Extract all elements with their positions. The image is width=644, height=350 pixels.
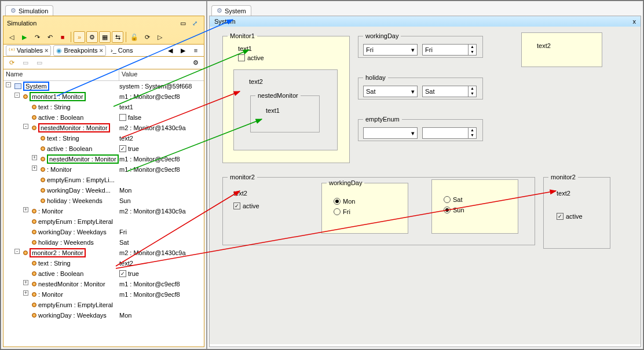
- monitor1-active-checkbox[interactable]: [238, 54, 245, 61]
- monitor2-right-active-checkbox[interactable]: ✓: [557, 213, 564, 220]
- block-icon: [14, 83, 21, 89]
- tree-row[interactable]: active : Boolean✓true: [3, 268, 204, 279]
- tree-row[interactable]: emptyEnum : EmptyLiteral: [3, 216, 204, 227]
- spin-down-icon[interactable]: ▼: [469, 133, 476, 138]
- tree-row[interactable]: active : Boolean✓true: [3, 143, 204, 154]
- link-icon[interactable]: ⇆: [112, 31, 123, 43]
- close-icon[interactable]: ×: [45, 47, 48, 54]
- refresh-icon[interactable]: ⟳: [141, 31, 153, 43]
- header-value[interactable]: Value: [119, 69, 140, 80]
- tree-row[interactable]: workingDay : Weekd...Mon: [3, 185, 204, 196]
- tree-row[interactable]: + nestedMonitor : Monitorm1 : Monitor@c9…: [3, 279, 204, 289]
- tree-row[interactable]: emptyEnum : EmptyLiteral: [3, 300, 204, 310]
- holiday-spinner[interactable]: Sat ▲▼: [422, 86, 477, 97]
- tab-cons[interactable]: ›_ Cons: [108, 46, 135, 55]
- tree-value: text2: [119, 260, 204, 267]
- prev-icon[interactable]: ◁: [6, 31, 17, 43]
- tab-breakpoints[interactable]: ◉ Breakpoints ×: [53, 45, 106, 56]
- expand-icon[interactable]: +: [23, 207, 28, 212]
- checkbox[interactable]: ✓: [119, 270, 126, 277]
- tree-row[interactable]: text : Stringtext2: [3, 133, 204, 143]
- tree-row[interactable]: + : Monitorm1 : Monitor@c9ecf8: [3, 164, 204, 175]
- tab-variables[interactable]: ⁽ˣ⁾ Variables ×: [6, 45, 51, 56]
- expand-icon[interactable]: +: [32, 155, 37, 160]
- tree-row[interactable]: + nestedMonitor : Monitorm1 : Monitor@c9…: [3, 154, 204, 164]
- tree-row[interactable]: - monitor1 : Monitorm1 : Monitor@c9ecf8: [3, 91, 204, 102]
- stop-icon[interactable]: ■: [57, 31, 68, 43]
- close-icon[interactable]: ×: [100, 47, 103, 54]
- close-icon[interactable]: x: [633, 18, 636, 25]
- checkbox[interactable]: ✓: [119, 145, 126, 152]
- property-icon: [41, 167, 45, 172]
- tree-row[interactable]: holiday : WeekendsSat: [3, 237, 204, 248]
- collapse-icon[interactable]: -: [14, 93, 20, 98]
- spin-up-icon[interactable]: ▲: [469, 45, 476, 50]
- gear-icon[interactable]: ⚙: [86, 31, 98, 43]
- expand-icon[interactable]: ▭: [34, 57, 45, 69]
- variables-tree[interactable]: - Systemsystem : System@59f668- monitor1…: [3, 81, 204, 347]
- workingday-combo[interactable]: Fri ▾: [363, 44, 418, 56]
- checkbox[interactable]: [119, 114, 126, 121]
- collapse-icon[interactable]: ▭: [20, 57, 31, 69]
- collapse-icon[interactable]: -: [23, 124, 28, 129]
- holiday-combo[interactable]: Sat ▾: [363, 86, 418, 97]
- minimize-icon[interactable]: ▭: [177, 17, 189, 29]
- next-icon[interactable]: ▷: [154, 31, 166, 43]
- settings-gear-icon[interactable]: ⚙: [190, 57, 202, 69]
- panel-workingday: workingDay Fri ▾ Fri ▲▼: [358, 32, 483, 58]
- expand-icon[interactable]: +: [23, 280, 28, 285]
- tree-row[interactable]: - Systemsystem : System@59f668: [3, 81, 204, 91]
- tree-row[interactable]: - monitor2 : Monitorm2 : Monitor@1430c9a: [3, 248, 204, 258]
- emptyenum-spinner[interactable]: ▲▼: [422, 127, 477, 139]
- panel-monitor1-legend: Monitor1: [228, 32, 257, 39]
- workingday-spinner[interactable]: Fri ▲▼: [422, 44, 477, 56]
- step-out-icon[interactable]: ↶: [44, 31, 56, 43]
- spin-up-icon[interactable]: ▲: [469, 86, 476, 91]
- emptyenum-combo[interactable]: ▾: [363, 127, 418, 139]
- lock-icon[interactable]: 🔓: [129, 31, 140, 43]
- tree-row[interactable]: holiday : WeekendsSun: [3, 196, 204, 206]
- spin-down-icon[interactable]: ▼: [469, 50, 476, 55]
- collapse-icon[interactable]: -: [6, 82, 11, 87]
- refresh-icon[interactable]: ⟳: [6, 57, 17, 69]
- monitor2-right-legend: monitor2: [548, 174, 578, 180]
- radio-option[interactable]: Mon: [334, 198, 396, 205]
- tree-row[interactable]: text : Stringtext2: [3, 258, 204, 268]
- tree-label: monitor2 : Monitor: [30, 248, 86, 257]
- tree-row[interactable]: text : Stringtext1: [3, 102, 204, 112]
- tree-row[interactable]: emptyEnum : EmptyLi...: [3, 175, 204, 185]
- radio-option[interactable]: Fri: [334, 208, 396, 215]
- spin-down-icon[interactable]: ▼: [469, 91, 476, 97]
- variable-icon: ⁽ˣ⁾: [9, 47, 15, 54]
- fast-forward-icon[interactable]: »: [74, 31, 85, 43]
- collapse-icon[interactable]: -: [14, 249, 20, 254]
- tab-system[interactable]: ⚙ System: [211, 5, 251, 16]
- tree-row[interactable]: active : Booleanfalse: [3, 112, 204, 123]
- tree-label: text : String: [47, 135, 79, 142]
- step-in-icon[interactable]: ↷: [31, 31, 43, 43]
- tree-row[interactable]: + : Monitorm1 : Monitor@c9ecf8: [3, 289, 204, 300]
- monitor2-left-active-label: active: [243, 202, 259, 209]
- grid-icon[interactable]: ▦: [99, 31, 111, 43]
- monitor2-left-active-checkbox[interactable]: ✓: [233, 202, 240, 209]
- run-icon[interactable]: ▶: [19, 31, 30, 43]
- spin-up-icon[interactable]: ▲: [469, 128, 476, 133]
- tab-simulation[interactable]: ⚙ Simulation: [5, 5, 53, 16]
- radio-option[interactable]: Sun: [444, 207, 506, 213]
- header-name[interactable]: Name: [3, 69, 119, 80]
- expand-icon[interactable]: +: [32, 165, 37, 171]
- tab-right-icon[interactable]: ▶: [177, 45, 189, 56]
- maximize-icon[interactable]: ⤢: [189, 17, 200, 29]
- expand-icon[interactable]: +: [23, 290, 28, 296]
- right-tab-strip: ⚙ System: [209, 3, 641, 16]
- property-icon: [41, 188, 45, 193]
- tree-row[interactable]: workingDay : WeekdaysMon: [3, 310, 204, 320]
- tree-row[interactable]: workingDay : WeekdaysFri: [3, 227, 204, 237]
- tree-row[interactable]: + : Monitorm2 : Monitor@1430c9a: [3, 206, 204, 216]
- tab-left-icon[interactable]: ◀: [164, 45, 176, 56]
- radio-option[interactable]: Sat: [444, 196, 506, 203]
- nested-monitor-text: text1: [255, 104, 314, 117]
- tab-menu-icon[interactable]: ≡: [190, 45, 202, 56]
- tree-row[interactable]: - nestedMonitor : Monitorm2 : Monitor@14…: [3, 123, 204, 133]
- tab-breakpoints-label: Breakpoints: [64, 47, 97, 54]
